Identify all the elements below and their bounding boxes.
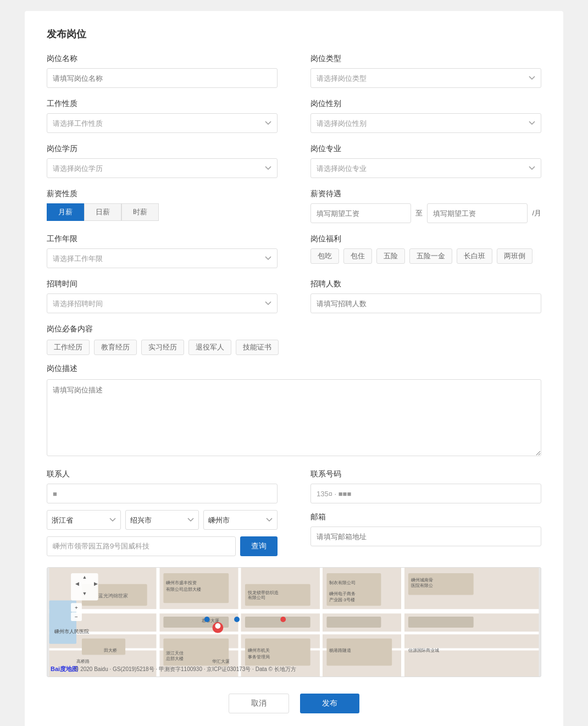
map-copyright: © 2020 Baidu · GS(2019)5218号 · 甲测资字11009… bbox=[75, 666, 296, 673]
form-container: 发布岗位 岗位名称 岗位类型 请选择岗位类型 工作性质 请选择工作性质 岗位性别… bbox=[25, 11, 563, 726]
salary-unit: /月 bbox=[532, 208, 541, 218]
recruit-count-label: 招聘人数 bbox=[310, 279, 541, 289]
province-select[interactable]: 浙江省 bbox=[47, 510, 121, 530]
svg-point-55 bbox=[234, 617, 240, 622]
svg-text:悦龙锁带纺织造: 悦龙锁带纺织造 bbox=[247, 590, 279, 595]
salary-from-input[interactable] bbox=[310, 203, 411, 223]
required-tag-3[interactable]: 退役军人 bbox=[188, 340, 231, 355]
required-tag-2[interactable]: 实习经历 bbox=[141, 340, 184, 355]
svg-text:杨港路隧道: 杨港路隧道 bbox=[329, 648, 351, 653]
svg-text:嵊州城南骨: 嵊州城南骨 bbox=[411, 578, 433, 583]
svg-rect-12 bbox=[245, 617, 310, 628]
map-container: 蓝光鸿锦世家 嵊州市盛丰投资 有限公司总部大楼 君泰大厦 悦龙锁带纺织造 有限公… bbox=[47, 567, 541, 677]
svg-text:−: − bbox=[75, 614, 78, 620]
required-tags: 工作经历 教育经历 实习经历 退役军人 技能证书 bbox=[47, 340, 541, 355]
job-type-select[interactable]: 请选择岗位类型 bbox=[310, 68, 541, 88]
address-input[interactable] bbox=[47, 536, 236, 556]
cancel-button[interactable]: 取消 bbox=[229, 694, 289, 713]
welfare-tag-5[interactable]: 两班倒 bbox=[497, 248, 532, 264]
svg-text:医院有限公: 医院有限公 bbox=[411, 583, 433, 588]
work-nature-select[interactable]: 请选择工作性质 bbox=[47, 113, 278, 133]
job-gender-label: 岗位性别 bbox=[310, 99, 541, 109]
svg-text:华汇大厦: 华汇大厦 bbox=[213, 659, 230, 664]
required-tag-4[interactable]: 技能证书 bbox=[236, 340, 279, 355]
svg-text:高桥路: 高桥路 bbox=[76, 659, 90, 664]
svg-text:信源国际商业城: 信源国际商业城 bbox=[408, 648, 439, 653]
svg-point-53 bbox=[215, 623, 220, 629]
baidu-logo: Bai度地图 bbox=[51, 665, 78, 673]
action-row: 取消 发布 bbox=[47, 694, 541, 713]
region-row: 浙江省 绍兴市 嵊州市 bbox=[47, 510, 278, 530]
job-name-input[interactable] bbox=[47, 68, 278, 88]
svg-text:有限公司: 有限公司 bbox=[248, 595, 265, 600]
work-nature-label: 工作性质 bbox=[47, 99, 278, 109]
svg-point-56 bbox=[280, 617, 286, 622]
contact-left: 联系人 浙江省 绍兴市 嵊州市 查询 bbox=[47, 469, 278, 556]
welfare-tags: 包吃 包住 五险 五险一金 长白班 两班倒 bbox=[310, 248, 541, 264]
recruit-count-input[interactable] bbox=[310, 293, 541, 313]
job-type-label: 岗位类型 bbox=[310, 54, 541, 64]
svg-text:产业园·3号楼: 产业园·3号楼 bbox=[329, 597, 355, 602]
svg-text:▶: ▶ bbox=[94, 581, 98, 586]
job-name-label: 岗位名称 bbox=[47, 54, 278, 64]
required-tag-1[interactable]: 教育经历 bbox=[94, 340, 137, 355]
svg-text:嵊州市人民医院: 嵊州市人民医院 bbox=[54, 629, 89, 634]
salary-to-input[interactable] bbox=[427, 203, 528, 223]
contact-input[interactable] bbox=[47, 484, 278, 503]
page-title: 发布岗位 bbox=[47, 27, 541, 41]
svg-text:有限公司总部大楼: 有限公司总部大楼 bbox=[166, 587, 201, 592]
svg-text:田大桥: 田大桥 bbox=[104, 648, 117, 653]
contact-right: 联系号码 邮箱 bbox=[310, 469, 541, 556]
svg-text:嵊州电子商务: 嵊州电子商务 bbox=[329, 591, 356, 596]
hourly-salary-btn[interactable]: 时薪 bbox=[121, 203, 159, 221]
svg-text:+: + bbox=[75, 605, 78, 611]
svg-text:嵊州市机关: 嵊州市机关 bbox=[248, 648, 270, 653]
svg-text:制衣有限公司: 制衣有限公司 bbox=[329, 580, 356, 585]
work-years-label: 工作年限 bbox=[47, 234, 278, 244]
svg-text:嵊州市盛丰投资: 嵊州市盛丰投资 bbox=[166, 580, 197, 585]
phone-label: 联系号码 bbox=[310, 469, 541, 479]
salary-range: 至 /月 bbox=[310, 203, 541, 223]
svg-text:▲: ▲ bbox=[82, 574, 87, 580]
svg-rect-14 bbox=[326, 617, 381, 628]
recruit-time-label: 招聘时间 bbox=[47, 279, 278, 289]
job-desc-label: 岗位描述 bbox=[47, 364, 541, 374]
svg-text:事务管理局: 事务管理局 bbox=[248, 655, 270, 660]
welfare-tag-4[interactable]: 长白班 bbox=[457, 248, 492, 264]
contact-label: 联系人 bbox=[47, 469, 278, 479]
required-content-label: 岗位必备内容 bbox=[47, 324, 541, 334]
email-input[interactable] bbox=[310, 527, 541, 546]
job-desc-textarea[interactable] bbox=[47, 379, 541, 456]
address-row: 查询 bbox=[47, 536, 278, 556]
submit-button[interactable]: 发布 bbox=[300, 694, 359, 713]
phone-input[interactable] bbox=[310, 484, 541, 503]
work-years-select[interactable]: 请选择工作年限 bbox=[47, 248, 278, 268]
svg-rect-16 bbox=[408, 617, 474, 628]
monthly-salary-btn[interactable]: 月薪 bbox=[47, 203, 84, 221]
email-label: 邮箱 bbox=[310, 512, 541, 522]
svg-text:蓝光鸿锦世家: 蓝光鸿锦世家 bbox=[98, 593, 128, 598]
job-education-select[interactable]: 请选择岗位学历 bbox=[47, 158, 278, 178]
svg-text:◀: ◀ bbox=[75, 581, 79, 586]
district-select[interactable]: 嵊州市 bbox=[203, 510, 278, 530]
daily-salary-btn[interactable]: 日薪 bbox=[84, 203, 121, 221]
svg-text:浙江天佳: 浙江天佳 bbox=[166, 651, 184, 656]
salary-label: 薪资待遇 bbox=[310, 189, 541, 199]
required-tag-0[interactable]: 工作经历 bbox=[47, 340, 90, 355]
salary-toggle: 月薪 日薪 时薪 bbox=[47, 203, 278, 221]
svg-text:总部大楼: 总部大楼 bbox=[165, 656, 184, 661]
welfare-tag-3[interactable]: 五险一金 bbox=[409, 248, 452, 264]
svg-point-54 bbox=[204, 617, 210, 622]
welfare-tag-0[interactable]: 包吃 bbox=[310, 248, 339, 264]
recruit-time-select[interactable]: 请选择招聘时间 bbox=[47, 293, 278, 313]
salary-nature-label: 薪资性质 bbox=[47, 189, 278, 199]
job-gender-select[interactable]: 请选择岗位性别 bbox=[310, 113, 541, 133]
welfare-tag-1[interactable]: 包住 bbox=[343, 248, 372, 264]
query-button[interactable]: 查询 bbox=[240, 536, 278, 556]
welfare-tag-2[interactable]: 五险 bbox=[376, 248, 405, 264]
job-major-label: 岗位专业 bbox=[310, 144, 541, 154]
job-education-label: 岗位学历 bbox=[47, 144, 278, 154]
job-major-select[interactable]: 请选择岗位专业 bbox=[310, 158, 541, 178]
job-welfare-label: 岗位福利 bbox=[310, 234, 541, 244]
city-select[interactable]: 绍兴市 bbox=[125, 510, 199, 530]
